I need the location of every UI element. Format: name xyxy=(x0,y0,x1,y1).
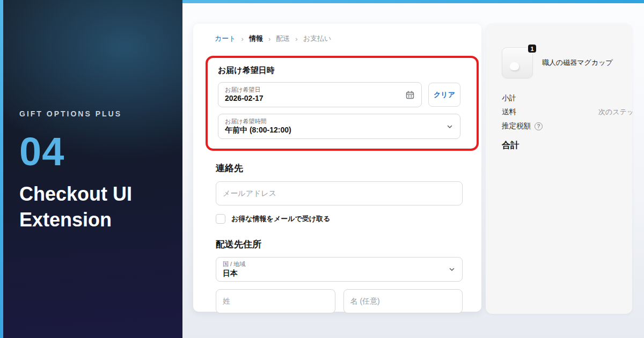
delivery-datetime-highlight: お届け希望日時 お届け希望日 2026-02-17 xyxy=(206,56,479,151)
tax-label: 推定税額 xyxy=(502,121,531,131)
country-select[interactable]: 国 / 地域 日本 xyxy=(216,257,463,282)
calendar-icon[interactable] xyxy=(405,90,415,100)
order-summary-panel: 1 職人の磁器マグカップ 小計 送料 次のステップで計算 推定税額 ? 合計 xyxy=(486,24,632,314)
mug-image xyxy=(510,62,519,70)
delivery-section-title: お届け希望日時 xyxy=(218,65,460,76)
breadcrumb-information: 情報 xyxy=(249,34,263,43)
help-icon[interactable]: ? xyxy=(535,122,543,130)
breadcrumb-payment: お支払い xyxy=(303,34,332,43)
chevron-down-icon xyxy=(446,123,453,130)
promo-eyebrow: GIFT OPTIONS PLUS xyxy=(19,109,170,118)
page: GIFT OPTIONS PLUS 04 Checkout UI Extensi… xyxy=(0,0,644,338)
total-label: 合計 xyxy=(502,140,632,151)
email-field[interactable]: メールアドレス xyxy=(216,181,463,205)
delivery-time-label: お届け希望時間 xyxy=(225,117,441,125)
checkout-card: カート › 情報 › 配送 › お支払い お届け希望日時 お届け希望日 2026… xyxy=(193,24,481,312)
promo-panel: GIFT OPTIONS PLUS 04 Checkout UI Extensi… xyxy=(0,0,182,338)
left-accent-strip xyxy=(0,0,3,338)
delivery-date-label: お届け希望日 xyxy=(225,86,400,93)
newsletter-label: お得な情報をメールで受け取る xyxy=(231,214,330,224)
first-name-placeholder: 名 (任意) xyxy=(350,297,380,306)
contact-section-title: 連絡先 xyxy=(216,162,463,174)
totals-list: 小計 送料 次のステップで計算 推定税額 ? 合計 xyxy=(502,91,632,151)
chevron-down-icon xyxy=(448,266,456,273)
email-placeholder: メールアドレス xyxy=(223,189,276,199)
delivery-date-value: 2026-02-17 xyxy=(225,93,400,104)
first-name-field[interactable]: 名 (任意) xyxy=(343,289,463,313)
chevron-right-icon: › xyxy=(295,35,297,43)
clear-date-button[interactable]: クリア xyxy=(428,83,460,107)
product-thumbnail: 1 xyxy=(502,47,533,78)
top-accent-strip xyxy=(182,0,644,3)
cart-line-item: 1 職人の磁器マグカップ xyxy=(502,47,632,78)
delivery-time-value: 午前中 (8:00-12:00) xyxy=(225,125,441,135)
product-name: 職人の磁器マグカップ xyxy=(542,58,613,68)
breadcrumb-shipping: 配送 xyxy=(276,34,290,43)
chevron-right-icon: › xyxy=(268,35,270,43)
delivery-date-field[interactable]: お届け希望日 2026-02-17 xyxy=(218,82,422,107)
breadcrumb-cart[interactable]: カート xyxy=(215,34,236,43)
promo-number: 04 xyxy=(19,132,170,172)
shipping-row: 送料 次のステップで計算 xyxy=(502,105,632,119)
last-name-placeholder: 姓 xyxy=(223,297,230,306)
country-value: 日本 xyxy=(223,268,443,278)
subtotal-label: 小計 xyxy=(502,93,516,103)
chevron-right-icon: › xyxy=(241,35,244,43)
last-name-field[interactable]: 姓 xyxy=(216,289,335,313)
shipping-section-title: 配送先住所 xyxy=(216,238,463,251)
shipping-value: 次のステップで計算 xyxy=(598,107,632,117)
breadcrumb: カート › 情報 › 配送 › お支払い xyxy=(193,24,481,43)
delivery-time-select[interactable]: お届け希望時間 午前中 (8:00-12:00) xyxy=(218,114,460,139)
promo-title: Checkout UI Extension xyxy=(19,181,153,232)
subtotal-row: 小計 xyxy=(502,91,632,105)
newsletter-optin-row: お得な情報をメールで受け取る xyxy=(216,214,463,224)
tax-row: 推定税額 ? xyxy=(502,119,632,133)
quantity-badge: 1 xyxy=(527,43,537,54)
country-label: 国 / 地域 xyxy=(223,260,443,268)
newsletter-checkbox[interactable] xyxy=(216,214,225,224)
shipping-label: 送料 xyxy=(502,107,516,117)
